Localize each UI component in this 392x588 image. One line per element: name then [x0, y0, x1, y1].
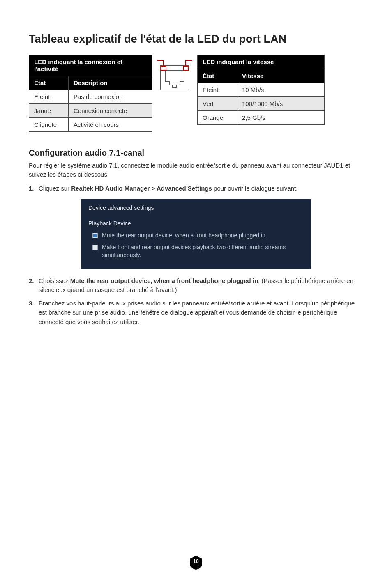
step-1: 1. Cliquez sur Realtek HD Audio Manager …: [29, 184, 363, 193]
audio-config-intro: Pour régler le système audio 7.1, connec…: [29, 161, 363, 179]
table2-h0: État: [198, 69, 237, 83]
step-number: 3.: [29, 299, 39, 327]
table-cell: Éteint: [29, 90, 69, 104]
table-row: Éteint 10 Mb/s: [198, 83, 325, 97]
table1-h1: Description: [69, 76, 152, 90]
text: pour ouvrir le dialogue suivant.: [212, 185, 297, 192]
table-cell: Vert: [198, 97, 237, 111]
table-row: Jaune Connexion correcte: [29, 104, 152, 118]
table-row: Clignote Activité en cours: [29, 118, 152, 132]
table-cell: 10 Mb/s: [237, 83, 325, 97]
page-number-badge: 10: [189, 555, 203, 570]
step-text: Choisissez Mute the rear output device, …: [39, 276, 363, 295]
text: Choisissez: [39, 277, 70, 284]
table2-h1: Vitesse: [237, 69, 325, 83]
speed-led-caption: LED indiquant la vitesse: [198, 55, 325, 69]
table-cell: Jaune: [29, 104, 69, 118]
activity-led-table: LED indiquant la connexion et l'activité…: [29, 55, 152, 132]
table-row: Vert 100/1000 Mb/s: [198, 97, 325, 111]
svg-rect-1: [161, 66, 166, 70]
table-cell: Connexion correcte: [69, 104, 152, 118]
svg-rect-4: [183, 66, 188, 70]
dialog-option-2: Make front and rear output devices playb…: [88, 242, 304, 262]
step-3: 3. Branchez vos haut-parleurs aux prises…: [29, 299, 363, 327]
led-tables-row: LED indiquant la connexion et l'activité…: [29, 55, 363, 132]
checkbox-unchecked-icon: [92, 245, 98, 250]
svg-rect-0: [160, 65, 189, 90]
table-cell: Activité en cours: [69, 118, 152, 132]
step-number: 2.: [29, 276, 39, 295]
table-row: Éteint Pas de connexion: [29, 90, 152, 104]
activity-led-caption: LED indiquant la connexion et l'activité: [29, 55, 152, 76]
audio-config-heading: Configuration audio 7.1-canal: [29, 148, 363, 158]
checkbox-checked-icon: [92, 233, 98, 238]
step-bold: Mute the rear output device, when a fron…: [70, 277, 258, 284]
step-number: 1.: [29, 184, 39, 193]
step-text: Branchez vos haut-parleurs aux prises au…: [39, 299, 363, 327]
text: Cliquez sur: [39, 185, 71, 192]
table-cell: 100/1000 Mb/s: [237, 97, 325, 111]
audio-settings-dialog: Device advanced settings Playback Device…: [81, 199, 311, 269]
table-cell: Orange: [198, 111, 237, 125]
dialog-section-label: Playback Device: [88, 220, 304, 227]
page-number: 10: [189, 558, 203, 564]
table-cell: Pas de connexion: [69, 90, 152, 104]
page-title: Tableau explicatif de l'état de la LED d…: [29, 33, 363, 46]
table1-h0: État: [29, 76, 69, 90]
dialog-option-1: Mute the rear output device, when a fron…: [88, 230, 304, 242]
dialog-option-text: Make front and rear output devices playb…: [102, 243, 304, 259]
table-cell: 2,5 Gb/s: [237, 111, 325, 125]
step-bold: Realtek HD Audio Manager > Advanced Sett…: [71, 185, 212, 192]
dialog-title: Device advanced settings: [88, 204, 304, 211]
table-row: Orange 2,5 Gb/s: [198, 111, 325, 125]
dialog-option-text: Mute the rear output device, when a fron…: [102, 232, 267, 239]
table-cell: Clignote: [29, 118, 69, 132]
step-text: Cliquez sur Realtek HD Audio Manager > A…: [39, 184, 363, 193]
lan-port-icon: [152, 55, 197, 93]
table-cell: Éteint: [198, 83, 237, 97]
speed-led-table: LED indiquant la vitesse État Vitesse Ét…: [197, 55, 325, 125]
step-2: 2. Choisissez Mute the rear output devic…: [29, 276, 363, 295]
